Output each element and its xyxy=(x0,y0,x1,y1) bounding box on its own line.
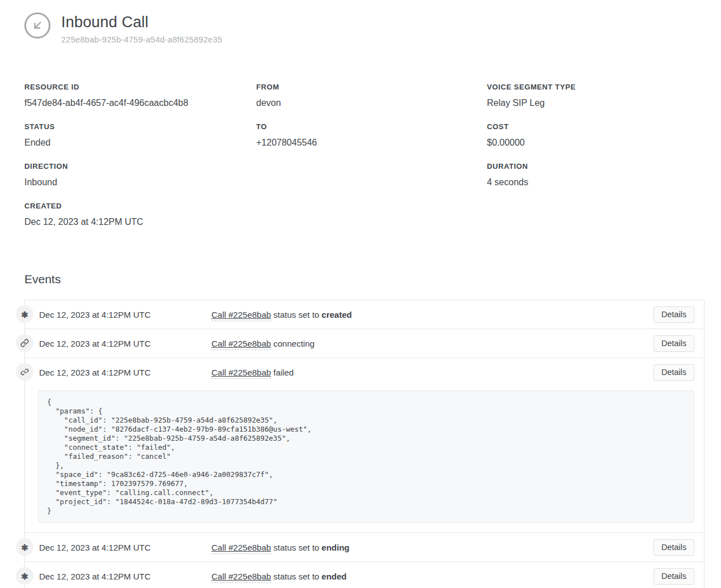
field-status: STATUS Ended xyxy=(24,122,256,148)
header-text: Inbound Call 225e8bab-925b-4759-a54d-a8f… xyxy=(61,12,222,44)
field-label: RESOURCE ID xyxy=(24,83,256,91)
details-column-1: RESOURCE ID f547de84-ab4f-4657-ac4f-496c… xyxy=(24,83,256,241)
field-label: DIRECTION xyxy=(24,162,256,171)
details-button[interactable]: Details xyxy=(654,539,694,556)
details-button[interactable]: Details xyxy=(654,568,694,585)
page-title: Inbound Call xyxy=(61,14,222,31)
field-resource-id: RESOURCE ID f547de84-ab4f-4657-ac4f-496c… xyxy=(24,83,256,108)
event-text: status set to xyxy=(271,310,321,319)
field-value: Dec 12, 2023 at 4:12PM UTC xyxy=(24,217,256,227)
asterisk-icon: ✱ xyxy=(16,567,33,585)
field-value: 4 seconds xyxy=(487,177,705,188)
field-cost: COST $0.00000 xyxy=(487,122,705,148)
broken-link-icon xyxy=(16,363,33,381)
field-created: CREATED Dec 12, 2023 at 4:12PM UTC xyxy=(24,202,256,227)
event-description: Call #225e8bab status set to ending xyxy=(211,543,654,552)
call-uuid: 225e8bab-925b-4759-a54d-a8f625892e35 xyxy=(61,35,222,44)
event-timestamp: Dec 12, 2023 at 4:12PM UTC xyxy=(39,543,211,552)
details-column-2: FROM devon TO +12078045546 xyxy=(256,83,487,162)
field-value: devon xyxy=(256,98,487,108)
field-label: CREATED xyxy=(24,202,256,210)
field-label: VOICE SEGMENT TYPE xyxy=(487,83,705,91)
asterisk-icon: ✱ xyxy=(16,305,33,323)
event-description: Call #225e8bab connecting xyxy=(211,339,654,348)
field-value: Ended xyxy=(24,138,256,148)
field-label: COST xyxy=(487,122,705,131)
field-voice-segment-type: VOICE SEGMENT TYPE Relay SIP Leg xyxy=(487,83,705,108)
field-to: TO +12078045546 xyxy=(256,122,487,148)
event-timestamp: Dec 12, 2023 at 4:12PM UTC xyxy=(39,310,211,319)
field-label: TO xyxy=(256,122,487,131)
field-label: FROM xyxy=(256,83,487,91)
field-value: f547de84-ab4f-4657-ac4f-496caacbc4b8 xyxy=(24,98,256,108)
event-text: status set to xyxy=(271,572,321,581)
event-timestamp: Dec 12, 2023 at 4:12PM UTC xyxy=(39,339,211,348)
call-detail-page: Inbound Call 225e8bab-925b-4759-a54d-a8f… xyxy=(0,0,721,588)
event-status-emphasis: ending xyxy=(321,543,349,552)
field-value: +12078045546 xyxy=(256,138,487,148)
event-timestamp: Dec 12, 2023 at 4:12PM UTC xyxy=(39,572,211,581)
call-details-grid: RESOURCE ID f547de84-ab4f-4657-ac4f-496c… xyxy=(24,83,705,241)
event-row-ending: ✱ Dec 12, 2023 at 4:12PM UTC Call #225e8… xyxy=(25,533,704,562)
call-link[interactable]: Call #225e8bab xyxy=(211,572,271,583)
call-link[interactable]: Call #225e8bab xyxy=(211,339,271,350)
field-duration: DURATION 4 seconds xyxy=(487,162,705,188)
field-value: $0.00000 xyxy=(487,138,705,148)
event-description: Call #225e8bab status set to created xyxy=(211,310,654,319)
field-label: DURATION xyxy=(487,162,705,171)
field-from: FROM devon xyxy=(256,83,487,108)
field-value: Inbound xyxy=(24,177,256,188)
details-column-3: VOICE SEGMENT TYPE Relay SIP Leg COST $0… xyxy=(487,83,705,202)
event-row-ended: ✱ Dec 12, 2023 at 4:12PM UTC Call #225e8… xyxy=(25,562,704,588)
event-text: failed xyxy=(271,368,294,377)
event-payload-json: { "params": { "call_id": "225e8bab-925b-… xyxy=(38,390,694,523)
inbound-call-arrow-icon xyxy=(24,12,50,39)
call-link[interactable]: Call #225e8bab xyxy=(211,368,271,379)
events-table: ✱ Dec 12, 2023 at 4:12PM UTC Call #225e8… xyxy=(24,300,705,588)
field-label: STATUS xyxy=(24,122,256,131)
event-description: Call #225e8bab failed xyxy=(211,368,654,377)
details-button[interactable]: Details xyxy=(654,364,694,381)
event-text: status set to xyxy=(271,543,321,552)
event-status-emphasis: created xyxy=(321,310,351,319)
call-link[interactable]: Call #225e8bab xyxy=(211,310,271,321)
event-row-connecting: Dec 12, 2023 at 4:12PM UTC Call #225e8ba… xyxy=(25,329,704,358)
event-row-failed: Dec 12, 2023 at 4:12PM UTC Call #225e8ba… xyxy=(25,358,704,533)
event-status-emphasis: ended xyxy=(321,572,346,581)
events-heading: Events xyxy=(24,272,705,286)
event-description: Call #225e8bab status set to ended xyxy=(211,572,654,581)
field-direction: DIRECTION Inbound xyxy=(24,162,256,188)
link-icon xyxy=(16,334,33,352)
event-row-created: ✱ Dec 12, 2023 at 4:12PM UTC Call #225e8… xyxy=(25,300,704,329)
event-text: connecting xyxy=(271,339,315,348)
event-timestamp: Dec 12, 2023 at 4:12PM UTC xyxy=(39,368,211,377)
call-link[interactable]: Call #225e8bab xyxy=(211,543,271,554)
asterisk-icon: ✱ xyxy=(16,538,33,556)
page-header: Inbound Call 225e8bab-925b-4759-a54d-a8f… xyxy=(24,12,705,44)
field-value: Relay SIP Leg xyxy=(487,98,705,108)
details-button[interactable]: Details xyxy=(654,335,694,352)
details-button[interactable]: Details xyxy=(654,306,694,323)
